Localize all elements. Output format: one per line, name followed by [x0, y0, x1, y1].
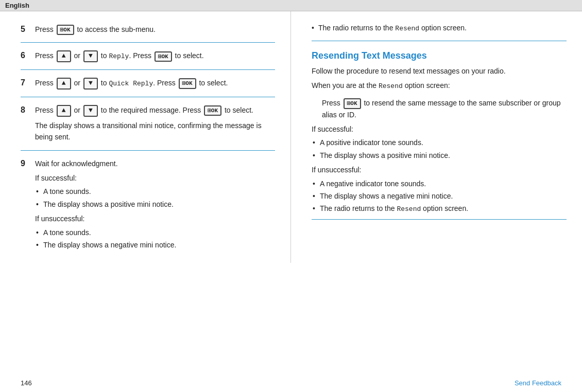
- step-8-line1: Press ▲ or ▼ to the required message. Pr…: [35, 104, 275, 117]
- top-bullet: • The radio returns to the Resend option…: [312, 24, 567, 32]
- dn-button-icon-6: ▼: [83, 50, 98, 62]
- ok-button-icon-resend: ⊞OK: [344, 98, 361, 109]
- step-6-text: Press ▲ or ▼ to Reply. Press ⊞OK to sele…: [35, 50, 275, 62]
- bullet-dot: •: [312, 24, 314, 32]
- page-number: 146: [21, 379, 32, 387]
- list-item: A tone sounds.: [35, 186, 275, 197]
- step-8-line2: The display shows a transitional mini no…: [35, 120, 275, 143]
- top-bullet-section: • The radio returns to the Resend option…: [312, 16, 567, 41]
- header-label: English: [5, 2, 29, 9]
- step-number-5: 5: [21, 25, 35, 34]
- step-number-8: 8: [21, 105, 35, 115]
- step-number-9: 9: [21, 159, 35, 168]
- list-item: A negative indicator tone sounds.: [312, 178, 567, 189]
- step-5-content: Press ⊞OK to access the sub-menu.: [35, 24, 275, 37]
- press-resend-text: Press ⊞OK to resend the same message to …: [322, 97, 567, 120]
- header-bar: English: [0, 0, 582, 11]
- step-9-intro: Wait for acknowledgment.: [35, 158, 275, 169]
- list-item: The display shows a positive mini notice…: [35, 199, 275, 210]
- main-content: 5 Press ⊞OK to access the sub-menu. 6 Pr…: [0, 11, 582, 263]
- list-item: A positive indicator tone sounds.: [312, 137, 567, 148]
- send-feedback-link[interactable]: Send Feedback: [515, 379, 561, 387]
- up-button-icon-7: ▲: [57, 78, 71, 90]
- step-number-7: 7: [21, 78, 35, 87]
- right-successful-list: A positive indicator tone sounds. The di…: [312, 137, 567, 161]
- step-7-content: Press ▲ or ▼ to Quick Reply. Press ⊞OK t…: [35, 77, 275, 92]
- resend-mono-bottom: Resend: [397, 205, 421, 213]
- list-item: The display shows a positive mini notice…: [312, 150, 567, 161]
- ok-button-icon-7a: ⊞OK: [179, 78, 196, 88]
- right-successful-label: If successful:: [312, 123, 567, 135]
- dn-button-icon-8: ▼: [83, 105, 98, 117]
- step-number-6: 6: [21, 51, 35, 60]
- right-unsuccessful-list: A negative indicator tone sounds. The di…: [312, 178, 567, 216]
- list-item: The display shows a negative mini notice…: [312, 190, 567, 202]
- resend-mono-when: Resend: [379, 82, 403, 90]
- right-unsuccessful-label: If unsuccessful:: [312, 164, 567, 175]
- step-9: 9 Wait for acknowledgment. If successful…: [21, 151, 275, 258]
- list-item: A tone sounds.: [35, 227, 275, 238]
- step-5: 5 Press ⊞OK to access the sub-menu.: [21, 16, 275, 43]
- press-block: Press ⊞OK to resend the same message to …: [322, 97, 567, 120]
- ok-button-icon-5: ⊞OK: [57, 25, 74, 35]
- resend-mono-top: Resend: [395, 25, 419, 32]
- ok-button-icon-6: ⊞OK: [155, 51, 172, 62]
- top-bullet-text: The radio returns to the Resend option s…: [318, 24, 467, 32]
- right-bottom-divider: [312, 219, 567, 220]
- reply-label: Reply: [109, 52, 129, 60]
- right-intro-1: Follow the procedure to resend text mess…: [312, 65, 567, 77]
- when-block: When you are at the Resend option screen…: [312, 80, 567, 92]
- step-8: 8 Press ▲ or ▼ to the required message. …: [21, 97, 275, 151]
- list-item: The radio returns to the Resend option s…: [312, 203, 567, 215]
- step-9-successful-list: A tone sounds. The display shows a posit…: [35, 186, 275, 210]
- list-item: The display shows a negative mini notice…: [35, 239, 275, 251]
- step-9-unsuccessful-list: A tone sounds. The display shows a negat…: [35, 227, 275, 251]
- quick-reply-label: Quick Reply: [109, 80, 153, 87]
- step-9-content: Wait for acknowledgment. If successful: …: [35, 158, 275, 253]
- right-column: • The radio returns to the Resend option…: [291, 11, 582, 263]
- step-8-content: Press ▲ or ▼ to the required message. Pr…: [35, 104, 275, 145]
- step-7-text: Press ▲ or ▼ to Quick Reply. Press ⊞OK t…: [35, 77, 275, 90]
- up-button-icon-8: ▲: [57, 105, 71, 117]
- step-5-text: Press ⊞OK to access the sub-menu.: [35, 24, 275, 35]
- up-button-icon-6: ▲: [57, 50, 71, 62]
- step-6-content: Press ▲ or ▼ to Reply. Press ⊞OK to sele…: [35, 50, 275, 64]
- footer: 146 Send Feedback: [0, 379, 582, 387]
- left-column: 5 Press ⊞OK to access the sub-menu. 6 Pr…: [0, 11, 291, 263]
- step-6: 6 Press ▲ or ▼ to Reply. Press ⊞OK to se…: [21, 43, 275, 70]
- when-text: When you are at the Resend option screen…: [312, 81, 450, 90]
- section-heading: Resending Text Messages: [312, 50, 567, 61]
- step-9-successful-label: If successful:: [35, 172, 275, 184]
- step-9-unsuccessful-label: If unsuccessful:: [35, 213, 275, 224]
- step-7: 7 Press ▲ or ▼ to Quick Reply. Press ⊞OK…: [21, 70, 275, 97]
- dn-button-icon-7: ▼: [83, 78, 98, 90]
- ok-button-icon-8: ⊞OK: [204, 105, 221, 116]
